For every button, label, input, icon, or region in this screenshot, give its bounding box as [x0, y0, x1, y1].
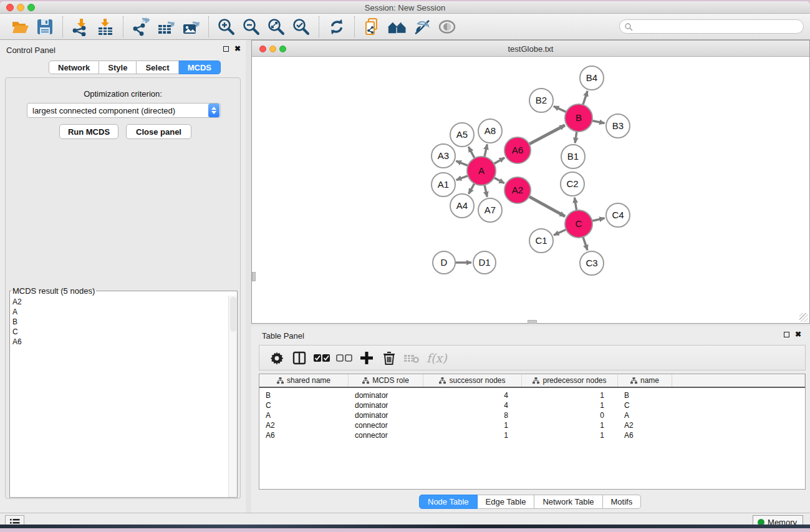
column-header-shared-name[interactable]: shared name	[259, 374, 349, 387]
table-cell[interactable]: A2	[259, 420, 349, 430]
table-cell[interactable]: connector	[349, 430, 423, 440]
canvas-horizontal-scroll-thumb[interactable]	[528, 320, 537, 324]
mcds-result-item[interactable]: A6	[12, 337, 228, 347]
graph-node-A4[interactable]: A4	[450, 194, 474, 218]
table-cell[interactable]: 1	[423, 430, 522, 440]
table-cell[interactable]: A6	[259, 430, 349, 440]
graph-edge-A-A1[interactable]	[456, 176, 468, 180]
graph-node-A2[interactable]: A2	[504, 177, 531, 203]
graph-edge-C-C1[interactable]	[554, 230, 566, 235]
delete-column-button[interactable]	[379, 348, 399, 368]
zoom-out-button[interactable]	[239, 16, 264, 38]
show-hide-panels-button[interactable]	[385, 16, 410, 38]
tab-network-table[interactable]: Network Table	[534, 495, 602, 509]
network-canvas[interactable]: B4B2BB3A5A8A6A3B1AA1C2A2A4A7C4CC1C3DD1	[253, 57, 809, 323]
mcds-result-item[interactable]: B	[12, 317, 228, 327]
delete-table-button[interactable]	[402, 348, 422, 368]
table-cell[interactable]: connector	[349, 420, 423, 430]
table-cell[interactable]: dominator	[349, 410, 423, 420]
tab-edge-table[interactable]: Edge Table	[478, 495, 535, 509]
zoom-selected-button[interactable]	[289, 16, 314, 38]
table-row[interactable]: A2connector11A2	[259, 420, 805, 430]
table-cell[interactable]: 0	[522, 410, 618, 420]
table-cell[interactable]: 1	[423, 420, 522, 430]
deselect-all-columns-button[interactable]	[334, 348, 354, 368]
graph-edge-B-B2[interactable]	[554, 106, 566, 112]
tab-mcds[interactable]: MCDS	[179, 60, 221, 74]
mcds-result-item[interactable]: A2	[12, 297, 228, 307]
table-cell[interactable]: A	[259, 410, 349, 420]
graph-node-A3[interactable]: A3	[432, 144, 455, 168]
table-cell[interactable]: dominator	[349, 390, 423, 400]
window-resize-grip[interactable]	[799, 313, 808, 322]
graph-node-B1[interactable]: B1	[561, 145, 585, 168]
window-titlebar[interactable]: Session: New Session	[0, 1, 810, 14]
graph-node-A5[interactable]: A5	[450, 123, 474, 147]
graph-node-C2[interactable]: C2	[561, 172, 584, 196]
graph-node-A[interactable]: A	[467, 157, 496, 185]
table-cell[interactable]: 8	[423, 410, 522, 420]
table-cell[interactable]: 1	[522, 420, 618, 430]
function-builder-button[interactable]: f(x)	[427, 351, 447, 365]
show-graphics-details-button[interactable]	[435, 16, 460, 38]
graph-edge-C-C3[interactable]	[583, 237, 587, 250]
graph-edge-C-C2[interactable]	[574, 198, 576, 211]
table-row[interactable]: Adominator80A	[259, 410, 805, 420]
zoom-fit-button[interactable]	[264, 16, 289, 38]
network-graph[interactable]: B4B2BB3A5A8A6A3B1AA1C2A2A4A7C4CC1C3DD1	[253, 57, 809, 323]
mcds-result-item[interactable]: C	[12, 327, 228, 337]
network-window-titlebar[interactable]: testGlobe.txt	[252, 41, 809, 57]
graph-node-C3[interactable]: C3	[580, 251, 604, 275]
export-table-button[interactable]	[153, 16, 178, 38]
graph-edge-A-A8[interactable]	[485, 144, 487, 157]
graph-edge-B-B3[interactable]	[592, 120, 605, 123]
table-cell[interactable]: 1	[522, 400, 618, 410]
table-cell[interactable]: 4	[423, 390, 522, 400]
column-header-predecessor-nodes[interactable]: predecessor nodes	[522, 374, 618, 387]
graph-node-B4[interactable]: B4	[580, 66, 604, 90]
export-network-button[interactable]	[128, 16, 153, 38]
column-header-MCDS-role[interactable]: MCDS role	[349, 374, 423, 387]
graph-node-C1[interactable]: C1	[529, 229, 553, 253]
table-cell[interactable]: A6	[618, 430, 672, 440]
optimization-criterion-dropdown[interactable]: largest connected component (directed)	[27, 103, 221, 118]
table-settings-button[interactable]	[267, 348, 287, 368]
tab-style[interactable]: Style	[99, 60, 137, 74]
graph-edge-A-A7[interactable]	[485, 185, 487, 196]
graph-node-C4[interactable]: C4	[606, 203, 630, 227]
mcds-result-list[interactable]: A2ABCA6	[10, 296, 228, 497]
import-table-button[interactable]	[93, 16, 118, 38]
graph-node-D[interactable]: D	[433, 251, 455, 274]
table-row[interactable]: Cdominator41C	[259, 400, 805, 410]
import-network-button[interactable]	[68, 16, 93, 38]
graph-node-A1[interactable]: A1	[432, 173, 455, 196]
float-table-panel-icon[interactable]	[784, 332, 789, 337]
open-file-button[interactable]	[7, 16, 32, 38]
table-cell[interactable]: C	[259, 400, 349, 410]
graph-edge-A-A2[interactable]	[494, 178, 504, 183]
graph-edge-A-A3[interactable]	[456, 161, 468, 166]
graph-node-B[interactable]: B	[565, 104, 592, 132]
table-cell[interactable]: C	[618, 400, 672, 410]
table-cell[interactable]: dominator	[349, 400, 423, 410]
select-all-columns-button[interactable]	[312, 348, 332, 368]
graph-edge-B-B1[interactable]	[575, 132, 577, 143]
tab-node-table[interactable]: Node Table	[419, 495, 478, 509]
table-cell[interactable]: A2	[618, 420, 672, 430]
export-image-button[interactable]	[178, 16, 203, 38]
tab-motifs[interactable]: Motifs	[603, 495, 642, 509]
vizmapper-button[interactable]	[410, 16, 435, 38]
graph-edge-A2-C[interactable]	[529, 196, 565, 216]
new-network-from-selection-button[interactable]	[360, 16, 385, 38]
tab-select[interactable]: Select	[137, 60, 178, 74]
search-input[interactable]	[619, 19, 804, 34]
table-cell[interactable]: B	[259, 390, 349, 400]
graph-node-A8[interactable]: A8	[478, 119, 502, 143]
table-cell[interactable]: A	[618, 410, 672, 420]
float-panel-icon[interactable]	[223, 46, 229, 52]
save-session-button[interactable]	[32, 16, 57, 38]
graph-node-B2[interactable]: B2	[529, 89, 553, 112]
run-mcds-button[interactable]: Run MCDS	[59, 124, 118, 139]
table-cell[interactable]: 1	[522, 430, 618, 440]
table-cell[interactable]: 4	[423, 400, 522, 410]
